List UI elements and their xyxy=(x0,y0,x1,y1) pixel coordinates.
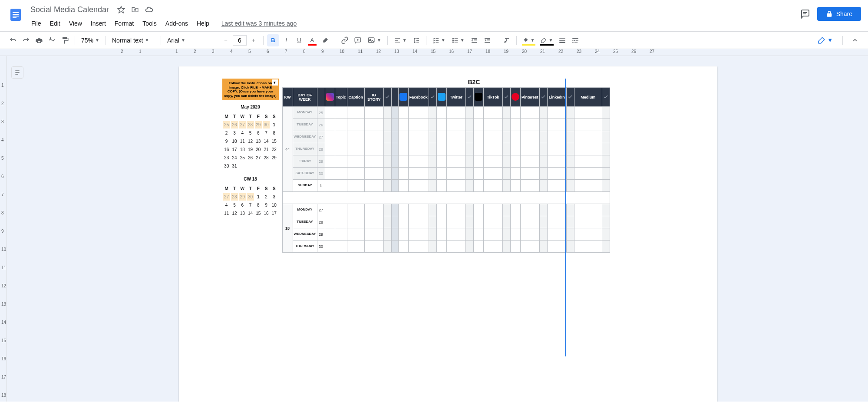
mini-day[interactable]: 28 xyxy=(263,154,270,161)
mini-day[interactable]: 14 xyxy=(247,210,254,217)
cell[interactable] xyxy=(502,131,510,143)
cell[interactable] xyxy=(398,155,408,168)
underline-button[interactable]: U xyxy=(293,34,305,46)
line-spacing-button[interactable] xyxy=(410,34,422,46)
cell[interactable] xyxy=(510,119,520,131)
cell[interactable] xyxy=(473,204,483,216)
cell[interactable] xyxy=(547,241,566,253)
cell[interactable] xyxy=(325,143,335,155)
cell[interactable] xyxy=(325,228,335,241)
cell[interactable] xyxy=(539,131,547,143)
table-row[interactable]: 44MONDAY25 xyxy=(282,107,610,119)
mini-day[interactable]: 24 xyxy=(231,154,238,161)
cell[interactable] xyxy=(539,107,547,119)
cell[interactable] xyxy=(398,180,408,192)
cell[interactable] xyxy=(429,107,436,119)
cell[interactable] xyxy=(408,168,429,180)
cell[interactable] xyxy=(364,180,383,192)
mini-day[interactable]: 15 xyxy=(271,138,277,145)
cell[interactable] xyxy=(408,107,429,119)
cell[interactable] xyxy=(383,180,391,192)
mini-day[interactable]: 9 xyxy=(263,201,270,209)
cell[interactable] xyxy=(502,143,510,155)
menu-help[interactable]: Help xyxy=(193,18,213,29)
cell[interactable] xyxy=(446,131,465,143)
cell[interactable] xyxy=(383,119,391,131)
cell[interactable] xyxy=(465,131,473,143)
cell[interactable] xyxy=(429,216,436,228)
mini-day[interactable]: 4 xyxy=(239,129,246,137)
font-select[interactable]: Arial▼ xyxy=(165,34,212,46)
menu-edit[interactable]: Edit xyxy=(46,18,64,29)
cell[interactable] xyxy=(547,131,566,143)
cell[interactable] xyxy=(483,155,502,168)
zoom-select[interactable]: 75%▼ xyxy=(79,34,102,46)
cell[interactable] xyxy=(335,119,347,131)
cell[interactable] xyxy=(347,107,364,119)
cell[interactable] xyxy=(335,216,347,228)
cell[interactable] xyxy=(408,131,429,143)
mini-day[interactable]: 16 xyxy=(263,210,270,217)
table-row[interactable]: FRIDAY29 xyxy=(282,155,610,168)
cell[interactable] xyxy=(391,107,398,119)
share-button[interactable]: Share xyxy=(817,7,861,21)
cell[interactable] xyxy=(520,143,539,155)
font-size-decrease[interactable]: − xyxy=(220,34,232,46)
cell[interactable] xyxy=(566,228,574,241)
cell[interactable] xyxy=(510,228,520,241)
paint-format-button[interactable] xyxy=(59,34,71,46)
cell[interactable] xyxy=(325,241,335,253)
cell[interactable] xyxy=(391,155,398,168)
cell[interactable] xyxy=(364,168,383,180)
mini-day[interactable]: 3 xyxy=(231,129,238,137)
cell[interactable] xyxy=(539,228,547,241)
move-icon[interactable] xyxy=(131,5,139,14)
cell[interactable] xyxy=(446,241,465,253)
cell[interactable] xyxy=(473,143,483,155)
cell[interactable] xyxy=(325,204,335,216)
mini-day[interactable]: 20 xyxy=(255,146,262,153)
cell[interactable] xyxy=(436,107,446,119)
cell[interactable] xyxy=(398,241,408,253)
cell[interactable] xyxy=(566,216,574,228)
cell[interactable] xyxy=(325,131,335,143)
mini-day[interactable]: 10 xyxy=(231,138,238,145)
cell[interactable] xyxy=(364,107,383,119)
cell[interactable] xyxy=(602,228,610,241)
cell[interactable] xyxy=(602,131,610,143)
doc-title[interactable]: Social Media Calendar xyxy=(28,4,112,15)
cell[interactable] xyxy=(502,119,510,131)
cell[interactable] xyxy=(483,131,502,143)
mini-day[interactable]: 18 xyxy=(239,146,246,153)
cell[interactable] xyxy=(446,216,465,228)
mini-day[interactable]: 6 xyxy=(239,201,246,209)
cell[interactable] xyxy=(347,204,364,216)
cell[interactable] xyxy=(383,131,391,143)
cell[interactable] xyxy=(446,168,465,180)
cell[interactable] xyxy=(602,107,610,119)
cell[interactable] xyxy=(520,180,539,192)
cell[interactable] xyxy=(335,180,347,192)
cell[interactable] xyxy=(473,228,483,241)
cell[interactable] xyxy=(436,241,446,253)
mini-day[interactable]: 29 xyxy=(239,193,246,201)
cell[interactable] xyxy=(483,168,502,180)
menu-insert[interactable]: Insert xyxy=(87,18,109,29)
cell[interactable] xyxy=(502,204,510,216)
cell[interactable] xyxy=(510,180,520,192)
cell[interactable] xyxy=(483,107,502,119)
mini-day[interactable]: 3 xyxy=(271,193,277,201)
cell[interactable] xyxy=(547,155,566,168)
cell[interactable] xyxy=(383,143,391,155)
document-page[interactable]: Follow the instructions on image: Click … xyxy=(179,66,717,402)
mini-day[interactable]: 28 xyxy=(231,193,238,201)
font-size-increase[interactable]: + xyxy=(248,34,260,46)
cell[interactable] xyxy=(364,216,383,228)
highlight-button[interactable] xyxy=(319,34,331,46)
cell[interactable] xyxy=(602,143,610,155)
cell[interactable] xyxy=(510,107,520,119)
cell[interactable] xyxy=(502,168,510,180)
cell[interactable] xyxy=(465,107,473,119)
menu-file[interactable]: File xyxy=(28,18,45,29)
page-scroll[interactable]: Follow the instructions on image: Click … xyxy=(28,56,868,402)
